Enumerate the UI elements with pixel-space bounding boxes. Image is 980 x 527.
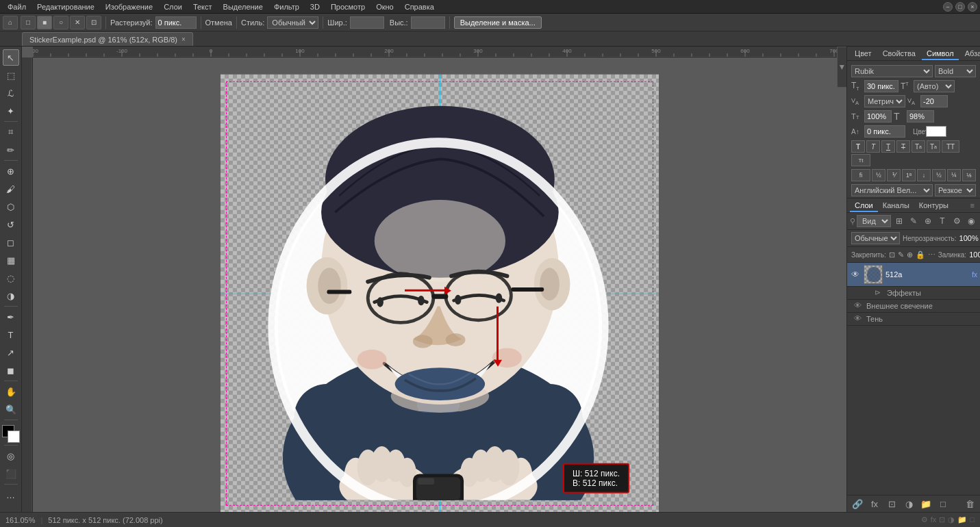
font-leading-select[interactable]: (Авто) — [914, 80, 955, 92]
shape-lasso-btn[interactable]: ⊡ — [86, 16, 101, 29]
layer-item[interactable]: 👁 512a fx — [847, 263, 980, 287]
layers-filter-btn3[interactable]: ⊕ — [922, 215, 934, 227]
layers-filter-btn1[interactable]: ⊞ — [893, 215, 905, 227]
shape-rect-btn[interactable]: □ — [21, 16, 36, 29]
tool-stamp[interactable]: ⬡ — [3, 198, 19, 215]
menu-image[interactable]: Изображение — [101, 1, 158, 12]
menu-help[interactable]: Справка — [400, 1, 439, 12]
delete-layer-btn[interactable]: 🗑 — [962, 498, 977, 510]
add-style-btn[interactable]: fx — [867, 498, 882, 510]
titling-btn[interactable]: ½ — [932, 169, 946, 181]
stil-select[interactable]: Обычный — [267, 16, 318, 29]
menu-3d[interactable]: 3D — [305, 1, 325, 12]
add-link-btn[interactable]: 🔗 — [850, 498, 865, 510]
lock-pixels-btn[interactable]: ✎ — [898, 248, 904, 261]
tool-lasso[interactable]: ℒ — [3, 85, 19, 101]
language-select[interactable]: Английский Вел... — [851, 184, 933, 196]
tool-extra[interactable]: … — [3, 487, 19, 503]
aa-select[interactable]: Резкое — [935, 184, 976, 196]
tool-select-rect[interactable]: ⬚ — [3, 67, 19, 83]
tab-channels[interactable]: Каналы — [878, 200, 914, 212]
rasterize-input[interactable] — [155, 16, 197, 29]
layers-filter-btn2[interactable]: ✎ — [907, 215, 920, 227]
font-style-select[interactable]: Bold — [935, 65, 976, 77]
layers-filter-btn4[interactable]: T — [936, 215, 948, 227]
superscript-btn[interactable]: Ta — [912, 140, 925, 153]
menu-filter[interactable]: Фильтр — [269, 1, 304, 12]
discretionary-btn[interactable]: ⅛ — [962, 169, 976, 181]
new-group-btn[interactable]: 📁 — [918, 498, 933, 510]
lock-position-btn[interactable]: ⊕ — [907, 248, 913, 261]
kerning-select[interactable]: Метрическе — [864, 95, 905, 107]
tracking-input[interactable] — [920, 95, 948, 107]
maximize-btn[interactable]: □ — [955, 2, 965, 12]
tab-layers[interactable]: Слои — [850, 200, 878, 212]
baseline-input[interactable] — [864, 125, 905, 138]
layers-filter-btn5[interactable]: ⚙ — [951, 215, 963, 227]
underline-btn[interactable]: T — [881, 140, 895, 153]
tool-heal[interactable]: ⊕ — [3, 163, 19, 179]
tool-path-select[interactable]: ↗ — [3, 344, 19, 361]
tool-eraser[interactable]: ◻ — [3, 234, 19, 250]
close-btn[interactable]: × — [968, 2, 977, 12]
tool-gradient[interactable]: ▦ — [3, 252, 19, 268]
canvas-area[interactable]: -200-1000100200300400500600700 — [22, 47, 846, 512]
menu-window[interactable]: Окно — [371, 1, 399, 12]
tab-symbol[interactable]: Символ — [922, 48, 959, 60]
caps-btn[interactable]: TT — [942, 140, 959, 153]
lock-extra-btn[interactable]: ⋯ — [928, 248, 935, 261]
tool-zoom[interactable]: 🔍 — [3, 401, 19, 417]
canvas-viewport[interactable]: Ш: 512 пикс. В: 512 пикс. — [33, 57, 846, 512]
shadow-eye[interactable]: 👁 — [854, 314, 864, 324]
width-input[interactable] — [350, 16, 384, 29]
bg-color[interactable] — [8, 430, 20, 443]
scale-h-input[interactable] — [864, 110, 892, 123]
oldstyle-btn[interactable]: ½ — [872, 169, 885, 181]
add-mask-btn[interactable]: ⊡ — [884, 498, 899, 510]
italic-btn[interactable]: T — [866, 140, 880, 153]
tool-blur[interactable]: ◌ — [3, 270, 19, 286]
tab-close-btn[interactable]: × — [181, 36, 186, 43]
bold-btn[interactable]: T — [851, 140, 865, 153]
ordinal-btn[interactable]: 1ª — [902, 169, 916, 181]
layers-filter-select[interactable]: Вид — [857, 215, 891, 227]
tool-brush[interactable]: 🖌 — [3, 181, 19, 197]
scale-v-input[interactable] — [907, 110, 934, 123]
layer-fx-badge[interactable]: fx — [972, 271, 977, 279]
document-tab[interactable]: StickerExample.psd @ 161% (512x, RGB/8) … — [22, 32, 193, 46]
lock-all-btn[interactable]: 🔒 — [916, 248, 925, 261]
menu-text[interactable]: Текст — [188, 1, 217, 12]
tool-pen[interactable]: ✒ — [3, 309, 19, 325]
tool-hand[interactable]: ✋ — [3, 383, 19, 400]
tab-paragraph[interactable]: Абзац — [960, 48, 980, 60]
outer-glow-eye[interactable]: 👁 — [854, 301, 864, 311]
subscript-btn[interactable]: Ta — [927, 140, 940, 153]
swash-btn[interactable]: ↓ — [917, 169, 931, 181]
layers-tab-collapse-btn[interactable]: ≡ — [968, 200, 977, 212]
fraction-btn[interactable]: ⅟ — [887, 169, 901, 181]
effects-visibility-eye[interactable]: ⊳ — [875, 288, 884, 298]
tool-dodge[interactable]: ◑ — [3, 287, 19, 304]
highlight-mask-btn[interactable]: Выделение и маска... — [454, 16, 542, 29]
tool-home-btn[interactable]: ⌂ — [3, 16, 18, 29]
new-layer-btn[interactable]: □ — [935, 498, 951, 510]
fg-bg-colors[interactable] — [2, 425, 20, 443]
shape-x-btn[interactable]: ✕ — [70, 16, 85, 29]
tool-mask[interactable]: ◎ — [3, 448, 19, 464]
tab-color[interactable]: Цвет — [850, 48, 877, 60]
menu-select[interactable]: Выделение — [218, 1, 268, 12]
menu-view[interactable]: Просмотр — [326, 1, 370, 12]
smallcaps-btn[interactable]: Tt — [851, 154, 870, 166]
minimize-btn[interactable]: − — [943, 2, 953, 12]
height-input[interactable] — [411, 16, 445, 29]
layer-visibility-eye[interactable]: 👁 — [850, 269, 861, 280]
menu-edit[interactable]: Редактирование — [32, 1, 99, 12]
tool-crop[interactable]: ⌗ — [3, 124, 19, 140]
contextual-btn[interactable]: ¼ — [947, 169, 961, 181]
strikethrough-btn[interactable]: T — [896, 140, 910, 153]
tool-eyedropper[interactable]: ✏ — [3, 142, 19, 158]
tool-screen-mode[interactable]: ⬛ — [3, 465, 19, 482]
tool-magic-wand[interactable]: ✦ — [3, 103, 19, 119]
layers-filter-toggle[interactable]: ◉ — [965, 215, 977, 227]
ligature-btn[interactable]: fi — [851, 169, 870, 181]
